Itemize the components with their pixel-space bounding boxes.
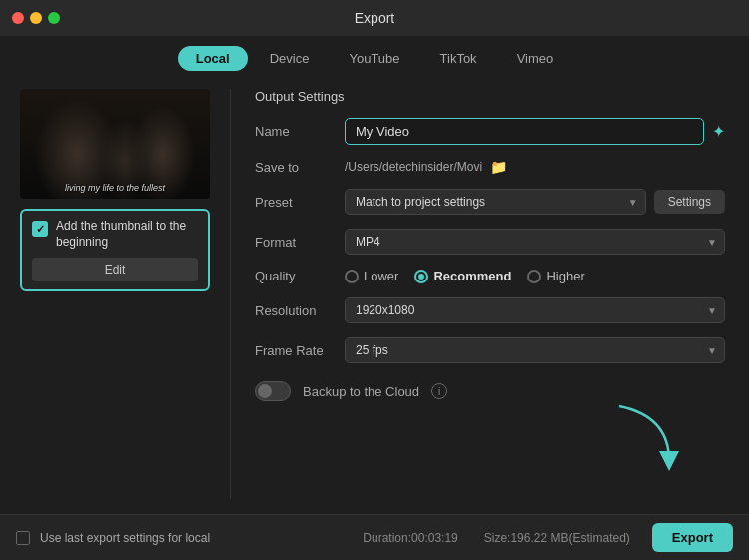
tab-tiktok[interactable]: TikTok — [422, 46, 495, 71]
framerate-row: Frame Rate 25 fps ▼ — [255, 337, 725, 363]
backup-toggle[interactable] — [255, 381, 291, 401]
quality-recommend-text: Recommend — [433, 269, 511, 283]
folder-icon[interactable]: 📁 — [490, 159, 507, 175]
preset-select[interactable]: Match to project settings — [345, 189, 646, 215]
video-caption: living my life to the fullest — [65, 183, 165, 193]
tab-device[interactable]: Device — [252, 46, 328, 71]
saveto-control: /Users/detechinsider/Movi 📁 — [345, 159, 725, 175]
size-text: Size:196.22 MB(Estimated) — [484, 531, 630, 545]
saveto-label: Save to — [255, 160, 345, 175]
name-input[interactable] — [345, 118, 704, 145]
thumbnail-checkbox[interactable]: ✓ — [32, 221, 48, 237]
resolution-control: 1920x1080 ▼ — [345, 297, 725, 323]
quality-higher-text: Higher — [546, 269, 584, 283]
preset-select-wrapper: Match to project settings ▼ — [345, 189, 646, 215]
thumbnail-box: ✓ Add the thumbnail to the beginning Edi… — [20, 209, 210, 291]
tab-vimeo[interactable]: Vimeo — [499, 46, 572, 71]
duration-value: 00:03:19 — [411, 531, 458, 545]
tab-youtube[interactable]: YouTube — [331, 46, 417, 71]
backup-label: Backup to the Cloud — [303, 384, 419, 399]
quality-control: Lower Recommend Higher — [345, 269, 725, 283]
settings-button[interactable]: Settings — [654, 190, 725, 214]
format-select[interactable]: MP4 — [345, 229, 725, 255]
name-label: Name — [255, 124, 345, 139]
duration-label: Duration: — [363, 531, 411, 545]
resolution-select-wrapper: 1920x1080 ▼ — [345, 297, 725, 323]
ai-icon[interactable]: ✦ — [712, 122, 725, 141]
maximize-button[interactable] — [48, 12, 60, 24]
quality-lower-text: Lower — [364, 269, 398, 283]
size-value: 196.22 MB(Estimated) — [510, 531, 629, 545]
resolution-select[interactable]: 1920x1080 — [345, 297, 725, 323]
export-button[interactable]: Export — [652, 523, 733, 552]
framerate-select[interactable]: 25 fps — [345, 337, 725, 363]
framerate-label: Frame Rate — [255, 343, 345, 358]
format-label: Format — [255, 235, 345, 250]
thumbnail-label: Add the thumbnail to the beginning — [56, 219, 198, 250]
quality-lower-label[interactable]: Lower — [345, 269, 398, 283]
preset-row: Preset Match to project settings ▼ Setti… — [255, 189, 725, 215]
quality-higher-label[interactable]: Higher — [527, 269, 584, 283]
bottom-bar: Use last export settings for local Durat… — [0, 514, 749, 560]
use-last-label: Use last export settings for local — [40, 531, 210, 545]
framerate-select-wrapper: 25 fps ▼ — [345, 337, 725, 363]
use-last-checkbox[interactable] — [16, 531, 30, 545]
name-control: ✦ — [345, 118, 725, 145]
thumbnail-row: ✓ Add the thumbnail to the beginning — [32, 219, 198, 250]
name-row: Name ✦ — [255, 118, 725, 145]
saveto-row: Save to /Users/detechinsider/Movi 📁 — [255, 159, 725, 175]
title-bar: Export — [0, 0, 749, 36]
right-panel: Output Settings Name ✦ Save to /Users/de… — [231, 89, 749, 499]
window-title: Export — [355, 10, 394, 26]
backup-row: Backup to the Cloud i — [255, 381, 725, 401]
save-path-text: /Users/detechinsider/Movi — [345, 160, 482, 174]
quality-label: Quality — [255, 269, 345, 283]
quality-recommend-radio[interactable] — [414, 270, 428, 283]
edit-button[interactable]: Edit — [32, 258, 198, 281]
checkmark-icon: ✓ — [36, 223, 45, 236]
close-button[interactable] — [12, 12, 24, 24]
tab-local[interactable]: Local — [178, 46, 248, 71]
format-select-wrapper: MP4 ▼ — [345, 229, 725, 255]
tabs-bar: Local Device YouTube TikTok Vimeo — [0, 36, 749, 79]
info-icon[interactable]: i — [431, 383, 447, 399]
framerate-control: 25 fps ▼ — [345, 337, 725, 363]
preset-label: Preset — [255, 195, 345, 210]
resolution-row: Resolution 1920x1080 ▼ — [255, 297, 725, 323]
video-thumbnail: living my life to the fullest — [20, 89, 210, 199]
section-title: Output Settings — [255, 89, 725, 104]
traffic-lights — [12, 12, 60, 24]
quality-higher-radio[interactable] — [527, 270, 541, 283]
size-label: Size: — [484, 531, 511, 545]
format-row: Format MP4 ▼ — [255, 229, 725, 255]
resolution-label: Resolution — [255, 303, 345, 318]
left-panel: living my life to the fullest ✓ Add the … — [0, 89, 230, 499]
minimize-button[interactable] — [30, 12, 42, 24]
quality-row: Quality Lower Recommend Higher — [255, 269, 725, 283]
preset-control: Match to project settings ▼ Settings — [345, 189, 725, 215]
quality-lower-radio[interactable] — [345, 270, 359, 283]
main-content: living my life to the fullest ✓ Add the … — [0, 79, 749, 509]
quality-recommend-label[interactable]: Recommend — [414, 269, 511, 283]
duration-text: Duration:00:03:19 — [363, 531, 457, 545]
format-control: MP4 ▼ — [345, 229, 725, 255]
